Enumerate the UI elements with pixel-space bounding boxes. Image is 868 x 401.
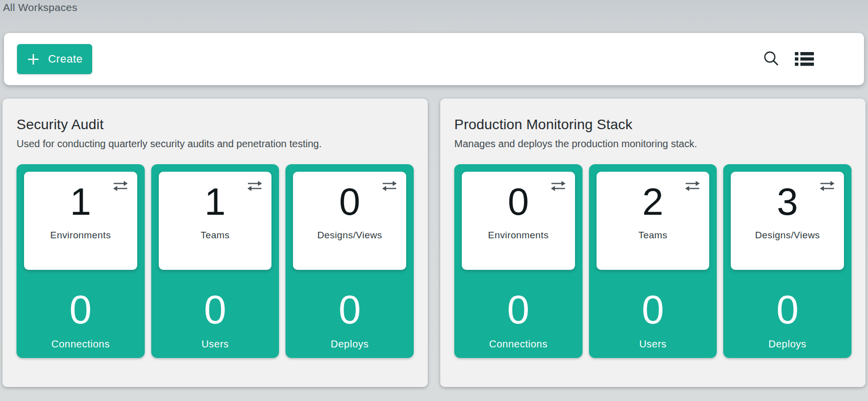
stat-value: 1	[204, 182, 225, 222]
swap-horizontal-icon[interactable]	[550, 180, 566, 194]
toolbar-actions	[763, 50, 850, 68]
workspace-card-security-audit: Security Audit Used for conducting quart…	[3, 99, 428, 387]
workspace-stats: 0 Environments 0 Connections	[454, 164, 851, 358]
stat-value: 0	[776, 290, 799, 330]
stat-value: 2	[642, 182, 663, 222]
swap-horizontal-icon[interactable]	[685, 180, 700, 194]
stat-label: Environments	[50, 230, 111, 241]
create-button-label: Create	[48, 53, 83, 66]
stat-label: Deploys	[331, 338, 369, 350]
stat-tile-bottom: 0 Connections	[24, 270, 137, 358]
swap-horizontal-icon[interactable]	[247, 180, 262, 194]
swap-horizontal-icon[interactable]	[113, 180, 128, 194]
workspace-description: Used for conducting quarterly security a…	[17, 138, 414, 150]
stat-label: Connections	[51, 338, 110, 350]
list-view-icon	[795, 52, 814, 66]
stat-tile-top[interactable]: 0 Environments	[462, 172, 575, 270]
search-icon	[763, 50, 780, 68]
stat-tile-teams-users[interactable]: 1 Teams 0 Users	[151, 164, 279, 358]
stat-label: Teams	[201, 230, 230, 241]
stat-tile-top[interactable]: 3 Designs/Views	[731, 172, 844, 270]
stat-value: 3	[777, 182, 798, 222]
workspace-card-production-monitoring-stack: Production Monitoring Stack Manages and …	[440, 99, 865, 387]
stat-tile-designs-deploys[interactable]: 3 Designs/Views 0 Deploys	[723, 164, 851, 358]
stat-label: Connections	[489, 338, 547, 350]
workspace-description: Manages and deploys the production monit…	[454, 138, 851, 150]
stat-label: Deploys	[768, 338, 806, 350]
stat-tile-top[interactable]: 1 Environments	[24, 172, 137, 270]
stat-tile-designs-deploys[interactable]: 0 Designs/Views 0 Deploys	[285, 164, 414, 358]
stat-tile-bottom: 0 Users	[597, 270, 710, 358]
stat-label: Users	[201, 338, 229, 350]
swap-horizontal-icon[interactable]	[382, 180, 397, 194]
stat-value: 0	[70, 290, 92, 330]
stat-tile-top[interactable]: 1 Teams	[159, 172, 272, 270]
stat-tile-environments-connections[interactable]: 0 Environments 0 Connections	[454, 164, 583, 358]
stat-label: Designs/Views	[317, 230, 382, 241]
stat-value: 0	[507, 290, 530, 330]
stat-tile-bottom: 0 Deploys	[293, 270, 406, 358]
stat-value: 0	[204, 290, 226, 330]
stat-tile-bottom: 0 Connections	[462, 270, 575, 358]
page-title: All Workspaces	[0, 0, 868, 15]
workspace-stats: 1 Environments 0 Connections	[17, 164, 414, 358]
stat-value: 1	[70, 182, 91, 222]
stat-label: Users	[639, 338, 667, 350]
swap-horizontal-icon[interactable]	[819, 180, 835, 194]
stat-label: Environments	[488, 230, 548, 241]
workspace-name: Security Audit	[17, 117, 414, 133]
stat-value: 0	[339, 290, 361, 330]
stat-tile-bottom: 0 Users	[159, 270, 272, 358]
stat-value: 0	[642, 290, 664, 330]
stat-tile-teams-users[interactable]: 2 Teams 0 Users	[589, 164, 717, 358]
stat-label: Teams	[639, 230, 668, 241]
create-workspace-button[interactable]: Create	[17, 44, 92, 74]
list-view-toggle-button[interactable]	[795, 52, 814, 66]
search-button[interactable]	[763, 50, 780, 68]
stat-tile-top[interactable]: 2 Teams	[597, 172, 710, 270]
stat-label: Designs/Views	[755, 230, 819, 241]
workspaces-grid: Security Audit Used for conducting quart…	[3, 99, 865, 387]
workspace-name: Production Monitoring Stack	[454, 117, 851, 133]
workspaces-toolbar: Create	[4, 33, 864, 85]
stat-tile-environments-connections[interactable]: 1 Environments 0 Connections	[17, 164, 145, 358]
stat-value: 0	[508, 182, 529, 222]
plus-icon	[27, 53, 40, 66]
stat-tile-bottom: 0 Deploys	[731, 270, 844, 358]
stat-value: 0	[339, 182, 360, 222]
stat-tile-top[interactable]: 0 Designs/Views	[293, 172, 406, 270]
